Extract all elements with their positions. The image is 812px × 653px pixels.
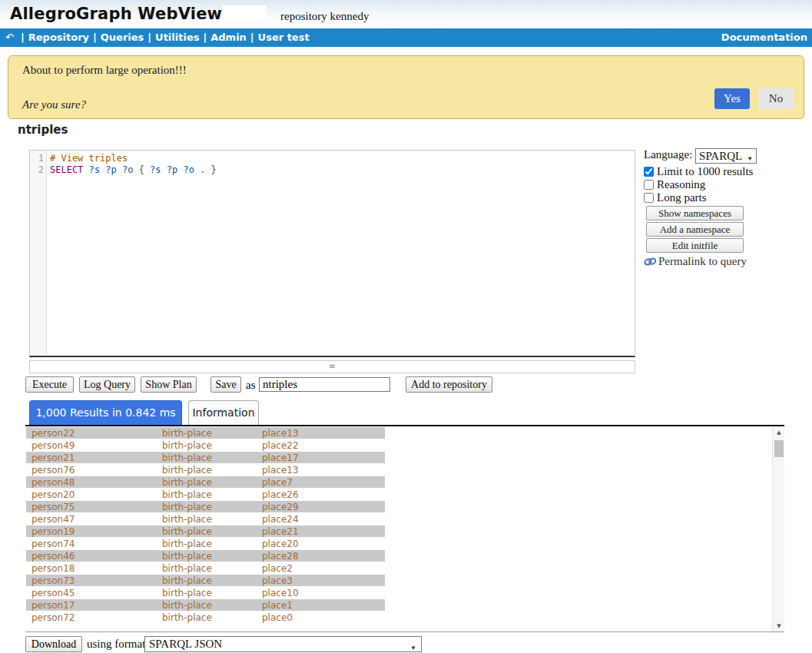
token-comment: # View triples — [50, 153, 128, 164]
result-row[interactable]: person18birth-placeplace2 — [26, 562, 385, 575]
result-row[interactable]: person19birth-placeplace21 — [26, 525, 385, 538]
result-row[interactable]: person75birth-placeplace29 — [26, 501, 385, 513]
scrollbar-down-icon[interactable]: ▼ — [773, 621, 784, 632]
add-a-namespace-button[interactable]: Add a namespace — [646, 222, 744, 237]
result-cell-predicate: birth-place — [162, 476, 212, 489]
result-row[interactable]: person72birth-placeplace0 — [26, 612, 385, 624]
token-variable: ?o — [122, 164, 133, 175]
result-cell-object: place26 — [262, 489, 299, 501]
result-cell-subject: person72 — [31, 612, 75, 624]
format-select[interactable]: SPARQL JSON ▼ — [144, 636, 422, 652]
result-row[interactable]: person76birth-placeplace13 — [26, 464, 385, 476]
warning-question: Are you sure? — [22, 98, 86, 111]
log-query-button[interactable]: Log Query — [79, 376, 135, 393]
result-cell-predicate: birth-place — [162, 562, 212, 575]
token-variable: ?p — [167, 164, 177, 175]
result-row[interactable]: person45birth-placeplace10 — [26, 587, 385, 599]
editor-code[interactable]: 1# View triples2SELECT ?s ?p ?o { ?s ?p … — [30, 153, 635, 176]
tabs-underline — [25, 425, 784, 426]
results-tabs: 1,000 Results in 0.842 ms Information — [0, 400, 812, 425]
tab-results[interactable]: 1,000 Results in 0.842 ms — [29, 400, 182, 425]
result-cell-subject: person18 — [31, 562, 75, 575]
token-variable: ?s — [150, 164, 161, 175]
result-cell-subject: person75 — [31, 501, 75, 513]
token-keyword: SELECT — [50, 164, 83, 175]
tab-information[interactable]: Information — [188, 400, 259, 425]
nav-item-user-test[interactable]: User test — [258, 31, 310, 43]
show-plan-button[interactable]: Show Plan — [141, 376, 197, 393]
result-row[interactable]: person20birth-placeplace26 — [26, 489, 385, 501]
result-cell-subject: person47 — [31, 513, 75, 525]
result-cell-object: place20 — [262, 538, 299, 550]
result-cell-subject: person49 — [31, 439, 75, 452]
nav-item-queries[interactable]: Queries — [101, 31, 144, 43]
code-line: 1# View triples — [30, 153, 635, 164]
limit-to-1000-results-checkbox[interactable] — [644, 167, 654, 177]
nav-item-utilities[interactable]: Utilities — [155, 31, 199, 43]
save-as-label: as — [246, 379, 256, 392]
save-name-input[interactable] — [259, 377, 390, 392]
result-row[interactable]: person46birth-placeplace28 — [26, 550, 385, 562]
token-plain: { — [133, 164, 150, 175]
token-variable: ?s — [89, 164, 100, 175]
result-cell-object: place29 — [262, 501, 299, 513]
scrollbar-up-icon[interactable]: ▲ — [773, 427, 784, 439]
yes-button[interactable]: Yes — [714, 88, 750, 109]
edit-initfile-button[interactable]: Edit initfile — [646, 238, 744, 253]
result-cell-predicate: birth-place — [162, 439, 212, 452]
result-row[interactable]: person47birth-placeplace24 — [26, 513, 385, 525]
back-arrow-icon[interactable]: ↶ — [5, 28, 14, 47]
result-row[interactable]: person22birth-placeplace13 — [26, 427, 385, 439]
nav-item-repository[interactable]: Repository — [28, 31, 89, 43]
token-variable: ?p — [105, 164, 116, 175]
result-cell-subject: person46 — [31, 550, 75, 562]
permalink-to-query-link[interactable]: Permalink to query — [644, 255, 771, 268]
result-cell-predicate: birth-place — [162, 464, 212, 476]
header-blank-box — [223, 5, 267, 20]
result-row[interactable]: person48birth-placeplace7 — [26, 476, 385, 489]
result-cell-object: place3 — [262, 575, 293, 587]
result-cell-subject: person73 — [31, 575, 75, 587]
language-select[interactable]: SPARQL ▼ — [695, 148, 757, 164]
token-plain — [83, 164, 88, 175]
result-cell-predicate: birth-place — [162, 513, 212, 525]
result-cell-subject: person20 — [31, 489, 75, 501]
results-scrollbar[interactable]: ▲ ▼ — [772, 427, 784, 632]
result-row[interactable]: person74birth-placeplace20 — [26, 538, 385, 550]
result-cell-predicate: birth-place — [162, 501, 212, 513]
editor-resize-handle[interactable]: ≡ — [29, 360, 635, 373]
result-cell-subject: person22 — [31, 427, 75, 439]
query-editor[interactable]: 1# View triples2SELECT ?s ?p ?o { ?s ?p … — [29, 150, 635, 357]
result-cell-subject: person21 — [31, 452, 75, 464]
chain-link-icon — [644, 256, 657, 267]
save-button[interactable]: Save — [210, 376, 241, 393]
reasoning-checkbox[interactable] — [644, 180, 654, 190]
result-cell-object: place7 — [262, 476, 293, 489]
result-row[interactable]: person73birth-placeplace3 — [26, 575, 385, 587]
long-parts-checkbox[interactable] — [644, 193, 654, 203]
scrollbar-thumb[interactable] — [774, 440, 784, 457]
nav-separator: | — [203, 31, 207, 43]
add-to-repository-button[interactable]: Add to repository — [406, 376, 492, 393]
nav-items: |Repository|Queries|Utilities|Admin|User… — [17, 28, 310, 47]
result-cell-object: place2 — [262, 562, 293, 575]
show-namespaces-button[interactable]: Show namespaces — [646, 206, 744, 220]
nav-item-admin[interactable]: Admin — [210, 31, 247, 43]
result-cell-subject: person17 — [31, 599, 75, 612]
token-variable: ?o — [183, 164, 194, 175]
result-cell-object: place28 — [262, 550, 299, 562]
no-button[interactable]: No — [758, 88, 794, 109]
language-label: Language: — [644, 148, 692, 161]
result-row[interactable]: person49birth-placeplace22 — [26, 439, 385, 452]
nav-documentation-link[interactable]: Documentation — [721, 28, 807, 47]
result-cell-object: place0 — [262, 612, 293, 624]
token-plain: . } — [194, 164, 217, 175]
result-cell-predicate: birth-place — [162, 587, 212, 599]
result-row[interactable]: person17birth-placeplace1 — [26, 599, 385, 612]
app-title: AllegroGraph WebView — [10, 5, 222, 23]
result-row[interactable]: person21birth-placeplace17 — [26, 452, 385, 464]
execute-button[interactable]: Execute — [25, 376, 74, 393]
download-button[interactable]: Download — [25, 636, 82, 652]
language-value: SPARQL — [699, 150, 742, 162]
checkbox-label: Reasoning — [657, 178, 705, 191]
